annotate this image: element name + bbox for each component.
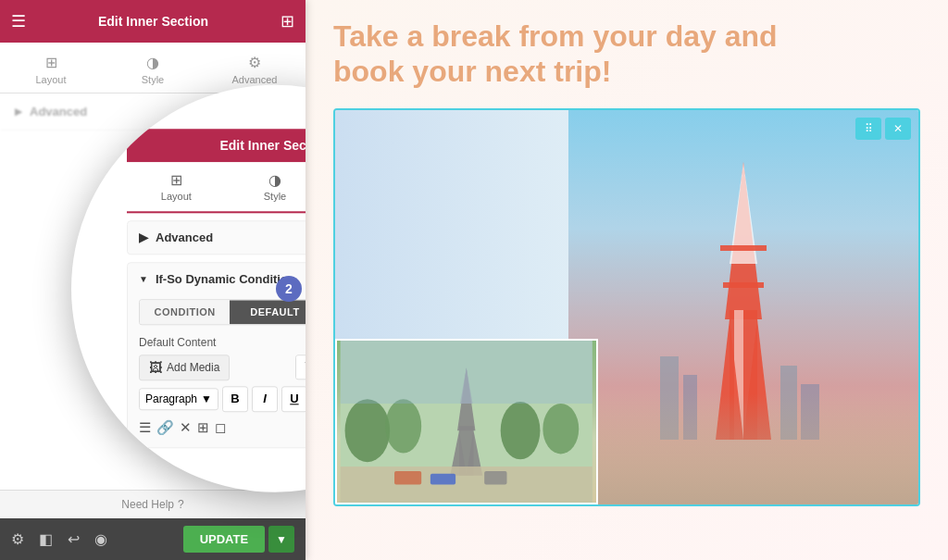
layout-icon-small: ⊞ [45, 54, 57, 71]
update-arrow-button[interactable]: ▼ [268, 526, 294, 553]
popup-layout-icon: ⊞ [170, 171, 182, 189]
paragraph-label: Paragraph [145, 392, 197, 405]
editor-icon-row: ☰ 🔗 ✕ ⊞ ◻ [139, 416, 306, 440]
condition-tab-default[interactable]: DEFAULT [230, 300, 306, 324]
svg-point-13 [345, 399, 391, 462]
italic-button[interactable]: I [252, 386, 278, 412]
svg-rect-23 [394, 471, 421, 485]
image-close-button[interactable]: ✕ [885, 118, 911, 140]
city-overlay [568, 393, 918, 504]
dynamic-section-header[interactable]: ▼ If-So Dynamic Condition [128, 263, 306, 295]
add-media-icon: 🖼 [149, 360, 162, 375]
popup-tabs: ⊞ Layout ◑ Style ⚙ Advanced [127, 162, 306, 213]
footer-icons: ⚙ ◧ ↩ ◉ [11, 530, 107, 548]
image-section[interactable]: ⠿ ✕ [333, 108, 920, 506]
main-content: Take a break from your day andbook your … [306, 0, 948, 560]
popup-advanced-section[interactable]: ▶ Advanced [127, 220, 306, 255]
popup-tab-layout[interactable]: ⊞ Layout [127, 162, 226, 211]
tab-style-label-small: Style [142, 74, 164, 85]
tokyo-tower-image [568, 110, 918, 504]
tab-style-small[interactable]: ◑ Style [102, 48, 204, 93]
popup-style-icon: ◑ [268, 171, 281, 189]
svg-rect-4 [720, 245, 767, 251]
advanced-collapse-arrow: ▶ [139, 230, 148, 244]
svg-point-14 [385, 399, 421, 453]
paris-image [335, 339, 598, 504]
sidebar-title: Edit Inner Section [26, 14, 281, 29]
default-content-label: Default Content [128, 332, 306, 355]
popup-tab-style[interactable]: ◑ Style [226, 162, 306, 211]
style-icon-small: ◑ [146, 54, 159, 71]
paragraph-arrow: ▼ [201, 392, 212, 405]
svg-rect-5 [723, 282, 764, 288]
paragraph-select[interactable]: Paragraph ▼ [139, 388, 218, 410]
svg-rect-24 [430, 474, 455, 485]
svg-rect-22 [341, 467, 592, 503]
editor-toolbar: 🖼 Add Media Visual Text ☰ Paragraph [128, 355, 306, 447]
ordered-list-icon[interactable]: ☰ [139, 419, 151, 436]
grid-icon[interactable]: ⊞ [281, 11, 294, 31]
svg-point-16 [543, 404, 579, 454]
hero-text: Take a break from your day andbook your … [333, 19, 920, 90]
eye-icon[interactable]: ◉ [94, 530, 107, 548]
editor-top-row: 🖼 Add Media Visual Text ☰ [139, 355, 306, 380]
bold-button[interactable]: B [222, 386, 248, 412]
history-icon[interactable]: ↩ [68, 530, 80, 548]
table-icon[interactable]: ⊞ [197, 419, 209, 436]
popup-title-bar: Edit Inner Section [127, 129, 306, 162]
condition-tabs: CONDITION DEFAULT ENCES [139, 299, 306, 325]
popup-title: Edit Inner Section [219, 138, 306, 153]
popup-advanced-label-text: Advanced [156, 230, 213, 244]
dynamic-collapse-arrow: ▼ [139, 274, 148, 284]
tab-layout-small[interactable]: ⊞ Layout [0, 48, 102, 93]
visual-tab[interactable]: Visual [296, 355, 306, 379]
help-icon: ? [178, 498, 184, 511]
help-text: Need Help [121, 498, 174, 511]
layers-icon[interactable]: ◧ [39, 530, 53, 548]
underline-button[interactable]: U [281, 386, 306, 412]
tab-layout-label-small: Layout [35, 74, 66, 85]
paris-svg [337, 341, 596, 503]
image-section-toolbar: ⠿ ✕ [855, 118, 911, 140]
svg-rect-26 [341, 341, 592, 404]
condition-tab-condition[interactable]: CONDITION [140, 300, 230, 324]
tab-advanced-label-small: Advanced [232, 74, 278, 85]
sidebar-footer: ⚙ ◧ ↩ ◉ UPDATE ▼ [0, 518, 306, 560]
add-media-button[interactable]: 🖼 Add Media [139, 355, 230, 380]
popup-style-label: Style [264, 191, 286, 202]
settings-icon[interactable]: ⚙ [11, 530, 24, 548]
advanced-section-label-bg: Advanced [30, 105, 87, 118]
svg-rect-25 [484, 471, 506, 485]
popup-layout-label: Layout [161, 191, 192, 202]
advanced-icon-small: ⚙ [248, 54, 261, 71]
code-icon[interactable]: ◻ [215, 419, 226, 436]
main-content-inner: Take a break from your day andbook your … [306, 0, 948, 560]
popup-inner: Edit Inner Section ⊞ Layout ◑ Style ⚙ Ad… [127, 129, 306, 448]
dynamic-section-label: If-So Dynamic Condition [156, 272, 295, 286]
svg-point-15 [501, 402, 541, 459]
hamburger-icon[interactable]: ☰ [11, 11, 26, 31]
sidebar-bottom-help: Need Help ? [0, 490, 306, 518]
update-button[interactable]: UPDATE [183, 526, 265, 553]
editor-format-row: Paragraph ▼ B I U ≡ [139, 386, 306, 412]
fullscreen-icon[interactable]: ✕ [180, 419, 192, 436]
arrow-icon: ▶ [15, 106, 22, 117]
image-move-button[interactable]: ⠿ [855, 118, 881, 140]
sidebar-topbar: ☰ Edit Inner Section ⊞ [0, 0, 306, 43]
visual-text-tabs: Visual Text ☰ [295, 355, 306, 380]
popup-dynamic-section: ▼ If-So Dynamic Condition CONDITION DEFA… [127, 262, 306, 448]
add-media-label: Add Media [167, 361, 219, 374]
link-icon[interactable]: 🔗 [156, 419, 174, 436]
